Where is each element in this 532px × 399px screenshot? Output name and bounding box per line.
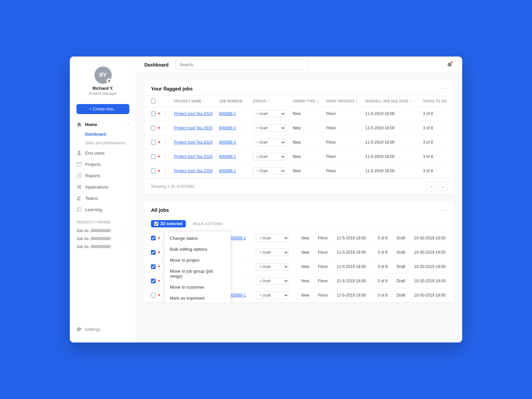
all-jobs-header: All jobs ··· <box>144 201 454 217</box>
job-number-link[interactable]: 800888-1 <box>219 140 236 145</box>
sidebar-item-end-users[interactable]: End users <box>70 147 136 159</box>
due-date: 11-5-2019 18:00 <box>333 288 374 303</box>
bulk-action-move-customer[interactable]: Move to customer <box>165 282 230 293</box>
flag-icon: ⚑ <box>158 294 161 297</box>
row-menu-icon[interactable]: ⋮ <box>163 140 167 145</box>
tasks-to-go: 3 of 8 <box>420 164 454 178</box>
bulk-action-move-project[interactable]: Move to project <box>165 255 230 266</box>
bulk-action-change-status[interactable]: Change status <box>165 233 230 244</box>
create-new-button[interactable]: + Create new... <box>76 104 129 114</box>
settings-nav-item[interactable]: Settings <box>70 323 136 336</box>
bulk-action-bulk-editing[interactable]: Bulk editing options <box>165 244 230 255</box>
project-name-link[interactable]: Project Iced Tea 2019 <box>174 154 212 159</box>
flagged-jobs-more-button[interactable]: ··· <box>441 85 448 92</box>
notification-icon[interactable] <box>445 60 454 69</box>
bulk-action-mark-important[interactable]: Mark as important <box>165 293 230 303</box>
project-name-link[interactable]: Project Iced Tea 2019 <box>174 111 212 116</box>
row-actions: ⚑ ⋮ <box>151 125 167 131</box>
search-input[interactable] <box>175 60 308 70</box>
status-select[interactable]: = Draft = In Progress = Complete <box>253 167 286 175</box>
recent-item-1[interactable]: Job no. 000000000 → <box>76 227 129 235</box>
current-item-due: 10-30-2019 18:00 <box>411 245 454 260</box>
nav-label-learning: Learning <box>85 207 102 212</box>
status-select[interactable]: = Draft = In Progress = Complete <box>253 124 286 132</box>
order-type: New <box>298 274 315 288</box>
status-select[interactable]: = Draft = In Progress = Complete <box>256 292 289 299</box>
sidebar-item-learning[interactable]: Learning <box>70 204 136 215</box>
print-process: Flexo <box>323 164 362 178</box>
row-checkbox[interactable] <box>151 293 156 298</box>
sidebar-item-reports[interactable]: Reports <box>70 170 136 181</box>
svg-rect-0 <box>77 162 81 166</box>
status-select[interactable]: = Draft = In Progress = Complete <box>253 110 286 117</box>
row-checkbox[interactable] <box>151 169 156 173</box>
main-content: Dashboard Your flagged jobs ··· <box>136 57 462 342</box>
row-checkbox[interactable] <box>151 279 156 283</box>
prev-page-button[interactable]: ← <box>427 182 436 191</box>
job-number-link[interactable]: 800888-1 <box>219 154 236 159</box>
row-menu-icon[interactable]: ⋮ <box>163 154 167 159</box>
row-checkbox[interactable] <box>151 154 156 159</box>
status-select[interactable]: = Draft = In Progress = Complete <box>256 277 289 285</box>
project-name-link[interactable]: Project Iced Tea 2019 <box>174 140 212 145</box>
status-select[interactable]: = Draft = In Progress = Complete <box>253 153 286 160</box>
flagged-jobs-footer: Showing 1-50 of 803080 ← → <box>144 178 454 195</box>
row-checkbox[interactable] <box>151 236 156 240</box>
sidebar-user: RY Richard Y. Product Manager <box>70 63 136 101</box>
status-select[interactable]: = Draft = In Progress = Complete <box>253 139 286 146</box>
row-menu-icon[interactable]: ⋮ <box>163 111 167 116</box>
recent-item-2[interactable]: Job no. 000000000 → <box>76 235 129 243</box>
current-item-status: Draft <box>454 150 454 164</box>
select-all-flagged[interactable] <box>151 99 156 103</box>
row-checkbox[interactable] <box>151 250 156 255</box>
flag-icon: ⚑ <box>158 155 161 159</box>
bulk-select-all[interactable] <box>154 222 158 226</box>
current-item-due: 10-30-2019 18:00 <box>411 274 454 288</box>
flagged-jobs-table: Project Name ↑ Job Number ↑ Status ▼ Ord… <box>144 95 454 178</box>
row-checkbox[interactable] <box>151 126 156 130</box>
row-menu-icon[interactable]: ⋮ <box>163 168 167 174</box>
project-name-link[interactable]: Project Iced Tea 2019 <box>174 126 212 130</box>
nav-label-home: Home <box>85 122 97 127</box>
sidebar-item-applications[interactable]: Applications <box>70 181 136 193</box>
bulk-action-move-job-group[interactable]: Move to job group (job range) <box>165 266 230 282</box>
settings-label: Settings <box>85 327 100 332</box>
nav-section: Home − Dashboard Stats and performance E… <box>70 117 136 216</box>
recent-item-3[interactable]: Job no. 000000000 → <box>76 243 129 251</box>
next-page-button[interactable]: → <box>438 182 448 191</box>
job-number-link[interactable]: 800888-1 <box>229 236 246 240</box>
due-date: 11-5-2019 18:00 <box>333 260 374 274</box>
sidebar-item-stats[interactable]: Stats and performance <box>70 139 136 147</box>
order-type: New <box>289 107 323 121</box>
status-select[interactable]: = Draft = In Progress = Complete <box>256 263 289 270</box>
sidebar-item-dashboard[interactable]: Dashboard <box>70 130 136 139</box>
status-select[interactable]: = Draft = In Progress = Complete <box>256 234 289 242</box>
row-checkbox[interactable] <box>151 140 156 145</box>
job-number-link[interactable]: 800888-1 <box>219 126 236 130</box>
sidebar-item-projects[interactable]: Projects <box>70 159 136 170</box>
row-checkbox[interactable] <box>151 111 156 116</box>
current-item-status: Draft <box>393 288 411 303</box>
topbar-right <box>445 60 454 69</box>
row-checkbox[interactable] <box>151 264 156 269</box>
job-number-link[interactable]: 800888-1 <box>219 111 236 116</box>
sidebar-item-home[interactable]: Home − <box>70 119 136 130</box>
tasks-to-go: 3 of 8 <box>374 245 393 260</box>
order-type: New <box>298 231 315 245</box>
row-menu-icon[interactable]: ⋮ <box>163 125 167 131</box>
all-jobs-more-button[interactable]: ··· <box>441 206 448 213</box>
table-row: ⚑ ⋮ Project Iced Tea 2019 800888-1 = Dra… <box>144 121 454 135</box>
sidebar-item-teams[interactable]: Teams <box>70 193 136 204</box>
status-select[interactable]: = Draft = In Progress = Complete <box>256 249 289 256</box>
flag-icon: ⚑ <box>158 141 161 144</box>
flagged-jobs-card: Your flagged jobs ··· Project Name ↑ Job… <box>144 80 454 195</box>
due-date: 11-5-2019 18:00 <box>362 150 420 164</box>
job-number-link[interactable]: 800888-1 <box>229 293 246 298</box>
tasks-to-go: 3 of 8 <box>420 135 454 150</box>
avatar-settings-icon[interactable] <box>106 78 112 84</box>
current-item-status: Draft <box>454 107 454 121</box>
project-name-link[interactable]: Project Iced Tea 2019 <box>174 169 212 173</box>
bulk-actions-bar: 3D selected BULK ACTIONS <box>144 217 454 231</box>
job-number-link[interactable]: 800888-1 <box>219 169 236 173</box>
flag-icon: ⚑ <box>158 236 161 240</box>
